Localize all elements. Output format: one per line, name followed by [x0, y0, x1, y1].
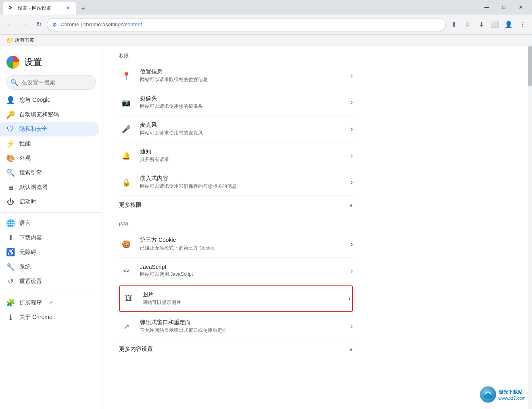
minimize-button[interactable]: —: [479, 1, 495, 14]
microphone-arrow: ›: [350, 125, 353, 133]
refresh-button[interactable]: ↻: [32, 18, 45, 31]
location-title: 位置信息: [140, 68, 347, 76]
chrome-logo: [6, 56, 19, 69]
about-icon: ℹ: [6, 313, 15, 321]
sidebar-label-system: 系统: [19, 263, 31, 271]
sidebar-label-performance: 性能: [19, 140, 31, 147]
javascript-desc: 网站可以使用 JavaScript: [140, 271, 347, 278]
setting-item-location[interactable]: 📍 位置信息 网站可以请求取得您的位置信息 ›: [119, 63, 353, 89]
images-arrow: ›: [348, 294, 350, 303]
microphone-desc: 网站可以请求使用您的麦克风: [140, 130, 347, 136]
sidebar-label-extensions: 扩展程序: [19, 299, 42, 306]
setting-text-embedded: 嵌入式内容 网站可以请求使用它们保存的与您相关的信息: [140, 175, 347, 190]
settings-main: 权限 📍 位置信息 网站可以请求取得您的位置信息 › 📷 摄像头 网站可以请求使: [103, 46, 532, 409]
sidebar-item-language[interactable]: 🌐 语言: [0, 216, 99, 231]
more-content-section[interactable]: 更多内容设置 ∨: [119, 340, 353, 359]
tab-close-button[interactable]: ✕: [65, 5, 71, 11]
download-button[interactable]: ⬇: [475, 18, 488, 31]
menu-button[interactable]: ⋮: [516, 18, 529, 31]
extensions-icon: 🧩: [6, 299, 15, 307]
profile-button[interactable]: 👤: [502, 18, 515, 31]
forward-button[interactable]: →: [18, 18, 31, 31]
sidebar-item-reset[interactable]: ↺ 重置设置: [0, 274, 99, 289]
setting-item-javascript[interactable]: <> JavaScript 网站可以使用 JavaScript ›: [119, 258, 353, 284]
javascript-icon: <>: [119, 263, 134, 278]
bookmarks-bar: 📁 所有书签: [0, 35, 532, 46]
bookmarks-folder[interactable]: 📁 所有书签: [3, 36, 38, 44]
new-tab-button[interactable]: +: [77, 3, 89, 15]
appearance-icon: 🎨: [6, 154, 15, 162]
system-icon: 🔧: [6, 263, 15, 271]
popups-arrow: ›: [350, 322, 353, 331]
cookies-title: 第三方 Cookie: [140, 237, 347, 244]
sidebar-item-about[interactable]: ℹ 关于 Chrome: [0, 310, 99, 325]
sidebar-item-performance[interactable]: ⚡ 性能: [0, 136, 99, 151]
more-content-label: 更多内容设置: [119, 346, 349, 353]
sidebar-label-about: 关于 Chrome: [19, 314, 52, 321]
sidebar-item-defaultbrowser[interactable]: 🖥 默认浏览器: [0, 180, 99, 195]
address-input[interactable]: ⚙ Chrome | chrome://settings/content: [47, 18, 446, 31]
microphone-icon: 🎤: [119, 122, 134, 136]
settings-search-input[interactable]: [6, 75, 96, 90]
watermark-url: www.xz7.com: [499, 396, 526, 401]
setting-text-cookies: 第三方 Cookie 已阻止无痕模式下的第三方 Cookie: [140, 237, 347, 252]
sidebar-label-privacy: 隐私和安全: [19, 126, 48, 133]
scrollbar-thumb[interactable]: [528, 46, 532, 86]
cookies-arrow: ›: [350, 240, 353, 248]
scrollbar-track[interactable]: [528, 46, 532, 409]
nav-divider-1: [0, 212, 102, 213]
sidebar-item-privacy[interactable]: 🛡 隐私和安全: [0, 122, 99, 136]
notifications-arrow: ›: [350, 151, 353, 160]
autofill-icon: 🔑: [6, 111, 15, 119]
sidebar-item-search[interactable]: 🔍 搜索引擎: [0, 166, 99, 180]
sidebar-label-appearance: 外观: [19, 155, 31, 162]
setting-item-camera[interactable]: 📷 摄像头 网站可以请求使用您的摄像头 ›: [119, 89, 353, 116]
more-permissions-label: 更多权限: [119, 201, 349, 209]
sidebar-item-extensions[interactable]: 🧩 扩展程序 ↗: [0, 296, 99, 310]
setting-item-embedded[interactable]: 🔒 嵌入式内容 网站可以请求使用它们保存的与您相关的信息 ›: [119, 169, 353, 196]
setting-text-microphone: 麦克风 网站可以请求使用您的麦克风: [140, 122, 347, 136]
permissions-label: 权限: [119, 46, 353, 63]
watermark-text-block: 极光下载站 www.xz7.com: [499, 389, 526, 401]
setting-item-popups[interactable]: ↗ 弹出式窗口和重定向 不允许网站显示弹出式窗口或使用重定向 ›: [119, 313, 353, 340]
setting-item-images[interactable]: 🖼 图片 网站可以显示图片 ›: [120, 286, 352, 311]
setting-item-microphone[interactable]: 🎤 麦克风 网站可以请求使用您的麦克风 ›: [119, 116, 353, 143]
sidebar-item-accessibility[interactable]: ♿ 无障碍: [0, 245, 99, 260]
search-wrapper: 🔍: [6, 75, 96, 90]
microphone-title: 麦克风: [140, 122, 347, 129]
active-tab[interactable]: ⚙ 设置 - 网站设置 ✕: [3, 2, 76, 15]
sidebar-item-google[interactable]: 👤 您与 Google: [0, 93, 99, 107]
close-button[interactable]: ✕: [513, 1, 529, 14]
performance-icon: ⚡: [6, 140, 15, 148]
sidebar-item-autofill[interactable]: 🔑 自动填充和密码: [0, 107, 99, 122]
setting-text-javascript: JavaScript 网站可以使用 JavaScript: [140, 264, 347, 278]
camera-icon: 📷: [119, 95, 134, 110]
google-icon: 👤: [6, 96, 15, 104]
browser-frame: ⚙ 设置 - 网站设置 ✕ + — □ ✕ ← → ↻ ⚙ Chrome | c…: [0, 0, 532, 409]
address-bar: ← → ↻ ⚙ Chrome | chrome://settings/conte…: [0, 15, 532, 35]
share-button[interactable]: ⬆: [447, 18, 460, 31]
back-button[interactable]: ←: [3, 18, 16, 31]
javascript-title: JavaScript: [140, 264, 347, 270]
sidebar-label-autofill: 自动填充和密码: [19, 111, 59, 118]
cookies-desc: 已阻止无痕模式下的第三方 Cookie: [140, 245, 347, 252]
content-label: 内容: [119, 214, 353, 231]
sidebar-label-language: 语言: [19, 220, 31, 227]
sidebar-item-downloads[interactable]: ⬇ 下载内容: [0, 231, 99, 245]
bookmark-button[interactable]: ☆: [461, 18, 474, 31]
split-button[interactable]: ⬜: [488, 18, 501, 31]
location-desc: 网站可以请求取得您的位置信息: [140, 76, 347, 83]
maximize-button[interactable]: □: [496, 1, 512, 14]
setting-item-notifications[interactable]: 🔔 通知 展开所有请求 ›: [119, 143, 353, 169]
popups-title: 弹出式窗口和重定向: [140, 319, 347, 326]
sidebar-item-system[interactable]: 🔧 系统: [0, 260, 99, 274]
setting-item-images-wrapper: 🖼 图片 网站可以显示图片 ›: [119, 285, 353, 312]
setting-text-images: 图片 网站可以显示图片: [142, 291, 345, 306]
setting-item-cookies[interactable]: 🍪 第三方 Cookie 已阻止无痕模式下的第三方 Cookie ›: [119, 231, 353, 258]
more-permissions-section[interactable]: 更多权限 ∨: [119, 196, 353, 214]
browser-content: 设置 🔍 👤 您与 Google 🔑 自动填充和密码 🛡 隐私和安全: [0, 46, 532, 409]
notifications-icon: 🔔: [119, 149, 134, 163]
location-icon: 📍: [119, 69, 134, 83]
sidebar-item-startup[interactable]: ⏻ 启动时: [0, 195, 99, 209]
sidebar-item-appearance[interactable]: 🎨 外观: [0, 151, 99, 166]
